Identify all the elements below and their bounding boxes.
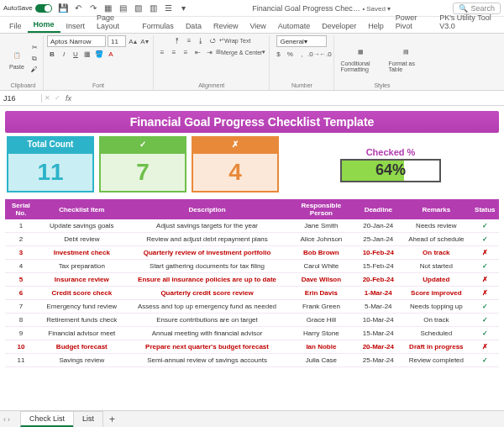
menu-tab-page-layout[interactable]: Page Layout	[91, 11, 136, 33]
status-cell[interactable]: ✓	[471, 233, 499, 246]
cell[interactable]: 20-Mar-24	[354, 340, 402, 354]
wrap-text-button[interactable]: ↵ Wrap Text	[219, 35, 250, 45]
table-row[interactable]: 3Investment checkQuarterly review of inv…	[5, 246, 499, 260]
cell[interactable]: 8	[5, 314, 37, 327]
cell[interactable]: Ahead of schedule	[402, 233, 470, 246]
fill-color-icon[interactable]: 🪣	[94, 49, 104, 59]
cell[interactable]: Ensure all insurance policies are up to …	[127, 273, 288, 287]
cell[interactable]: 20-Feb-24	[354, 273, 402, 287]
align-left-icon[interactable]: ≡	[157, 47, 167, 57]
cell[interactable]: 1	[5, 219, 37, 233]
align-top-icon[interactable]: ⭱	[172, 35, 182, 45]
paste-button[interactable]: 📋 Paste	[7, 46, 27, 71]
cell[interactable]: Bob Brown	[287, 246, 354, 260]
status-cell[interactable]: ✓	[471, 219, 499, 233]
cell[interactable]: 15-Feb-24	[354, 260, 402, 273]
increase-decimal-icon[interactable]: .0→	[308, 49, 318, 59]
decrease-decimal-icon[interactable]: ←.0	[320, 49, 330, 59]
next-sheet-icon[interactable]: ›	[8, 415, 10, 424]
cell[interactable]: Credit score check	[37, 287, 127, 300]
table-row[interactable]: 6Credit score checkQuarterly credit scor…	[5, 287, 499, 300]
underline-icon[interactable]: U	[71, 49, 81, 59]
column-header[interactable]: Status	[471, 199, 499, 219]
cell[interactable]: 11	[5, 354, 37, 367]
cell[interactable]: 1-Mar-24	[354, 287, 402, 300]
align-right-icon[interactable]: ≡	[181, 47, 191, 57]
decrease-font-icon[interactable]: A▾	[139, 36, 150, 46]
menu-tab-developer[interactable]: Developer	[316, 19, 362, 33]
cell[interactable]: 4	[5, 260, 37, 273]
status-cell[interactable]: ✗	[471, 246, 499, 260]
status-cell[interactable]: ✓	[471, 300, 499, 314]
status-cell[interactable]: ✗	[471, 273, 499, 287]
conditional-formatting-button[interactable]: ▦ Conditional Formatting	[338, 43, 383, 74]
increase-indent-icon[interactable]: ⇥	[204, 47, 214, 57]
cell[interactable]: Prepare next quarter's budget forecast	[127, 340, 288, 354]
table-row[interactable]: 1Update savings goalsAdjust savings targ…	[5, 219, 499, 233]
cell[interactable]: Needs topping up	[402, 300, 470, 314]
worksheet-area[interactable]: Financial Goal Progress Checklist Templa…	[0, 106, 504, 410]
cell[interactable]: Tax preparation	[37, 260, 127, 273]
font-color-icon[interactable]: A	[106, 49, 116, 59]
cell[interactable]: Update savings goals	[37, 219, 127, 233]
cell[interactable]: 25-Jan-24	[354, 233, 402, 246]
cell[interactable]: Harry Stone	[287, 327, 354, 340]
status-cell[interactable]: ✓	[471, 327, 499, 340]
prev-sheet-icon[interactable]: ‹	[3, 415, 6, 424]
cell[interactable]: Jane Smith	[287, 219, 354, 233]
cell[interactable]: 2	[5, 233, 37, 246]
cell[interactable]: 10-Mar-24	[354, 314, 402, 327]
bold-icon[interactable]: B	[47, 49, 57, 59]
sheet-tab-list[interactable]: List	[73, 411, 103, 427]
cell[interactable]: 5	[5, 273, 37, 287]
cell[interactable]: Frank Green	[287, 300, 354, 314]
cancel-formula-icon[interactable]: ✕	[42, 93, 52, 103]
name-box[interactable]: J16	[0, 94, 42, 103]
currency-icon[interactable]: $	[273, 49, 283, 59]
cell[interactable]: Insurance review	[37, 273, 127, 287]
qat-icon-5[interactable]: ☰	[163, 3, 175, 14]
sheet-tab-check-list[interactable]: Check List	[20, 411, 74, 427]
cell[interactable]: Grace Hill	[287, 314, 354, 327]
cell[interactable]: Needs review	[402, 219, 470, 233]
fx-icon[interactable]: fx	[62, 94, 75, 103]
italic-icon[interactable]: I	[59, 49, 69, 59]
align-bottom-icon[interactable]: ⭳	[196, 35, 206, 45]
cell[interactable]: Score improved	[402, 287, 470, 300]
cut-icon[interactable]: ✂	[29, 43, 39, 53]
table-row[interactable]: 2Debt reviewReview and adjust debt repay…	[5, 233, 499, 246]
align-middle-icon[interactable]: ≡	[184, 35, 194, 45]
cell[interactable]: Debt review	[37, 233, 127, 246]
cell[interactable]: Alice Johnson	[287, 233, 354, 246]
cell[interactable]: Financial advisor meet	[37, 327, 127, 340]
cell[interactable]: 6	[5, 287, 37, 300]
save-icon[interactable]: 💾	[57, 3, 69, 14]
merge-center-button[interactable]: ⊞ Merge & Center ▾	[216, 47, 265, 57]
status-cell[interactable]: ✓	[471, 314, 499, 327]
increase-font-icon[interactable]: A▴	[128, 36, 138, 46]
column-header[interactable]: Serial No.	[5, 199, 37, 219]
table-row[interactable]: 9Financial advisor meetAnnual meeting wi…	[5, 327, 499, 340]
cell[interactable]: Semi-annual review of savings accounts	[127, 354, 288, 367]
cell[interactable]: Start gathering documents for tax filing	[127, 260, 288, 273]
status-cell[interactable]: ✓	[471, 260, 499, 273]
column-header[interactable]: Description	[127, 199, 288, 219]
cell[interactable]: Investment check	[37, 246, 127, 260]
cell[interactable]: Scheduled	[402, 327, 470, 340]
undo-icon[interactable]: ↶	[72, 3, 84, 14]
status-cell[interactable]: ✗	[471, 287, 499, 300]
qat-icon-4[interactable]: ▥	[148, 3, 160, 14]
menu-tab-view[interactable]: View	[244, 19, 271, 33]
cell[interactable]: 25-Mar-24	[354, 354, 402, 367]
cell[interactable]: 10-Feb-24	[354, 246, 402, 260]
orientation-icon[interactable]: ⭯	[207, 35, 218, 45]
cell[interactable]: 10	[5, 340, 37, 354]
cell[interactable]: Ian Noble	[287, 340, 354, 354]
cell[interactable]: Review and adjust debt repayment plans	[127, 233, 288, 246]
cell[interactable]: 7	[5, 300, 37, 314]
cell[interactable]: Dave Wilson	[287, 273, 354, 287]
menu-tab-review[interactable]: Review	[207, 19, 244, 33]
menu-tab-file[interactable]: File	[3, 19, 28, 33]
format-painter-icon[interactable]: 🖌	[29, 65, 39, 75]
table-row[interactable]: 10Budget forecastPrepare next quarter's …	[5, 340, 499, 354]
